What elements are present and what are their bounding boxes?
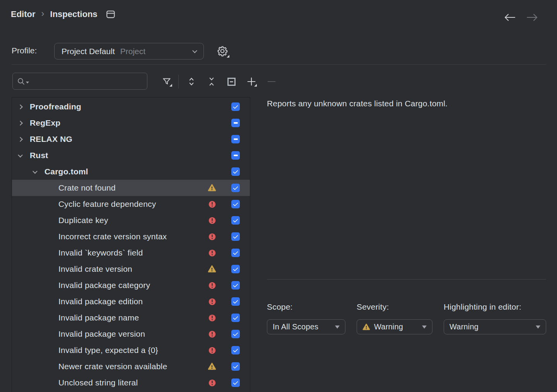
warning-icon bbox=[208, 184, 216, 192]
warning-icon bbox=[208, 362, 216, 371]
severity-select[interactable]: Warning bbox=[357, 319, 432, 334]
tree-item-label: Incorrect crate version syntax bbox=[58, 232, 167, 241]
severity-select-value: Warning bbox=[374, 322, 403, 331]
add-inspection-button[interactable] bbox=[246, 76, 257, 87]
tree-row[interactable]: Invalid crate version bbox=[12, 261, 250, 277]
tree-row[interactable]: RegExp bbox=[12, 115, 250, 131]
inspection-checkbox[interactable] bbox=[231, 265, 240, 273]
back-button[interactable] bbox=[504, 12, 516, 23]
search-box[interactable] bbox=[12, 73, 147, 90]
chevron-right-icon[interactable] bbox=[17, 138, 24, 141]
tree-item-label: Unclosed string literal bbox=[58, 378, 138, 387]
chevron-right-icon[interactable] bbox=[17, 105, 24, 109]
tree-item-label: Newer crate version available bbox=[58, 362, 167, 371]
filter-button[interactable] bbox=[161, 76, 173, 87]
divider bbox=[12, 64, 546, 65]
tree-item-label: Invalid `keywords` field bbox=[58, 248, 143, 257]
tree-row[interactable]: Invalid package edition bbox=[12, 293, 250, 310]
divider bbox=[267, 279, 546, 280]
disable-inspection-button[interactable] bbox=[226, 76, 237, 87]
search-options-icon[interactable] bbox=[26, 82, 29, 84]
error-icon bbox=[208, 216, 216, 225]
inspection-checkbox[interactable] bbox=[231, 151, 240, 160]
inspection-checkbox[interactable] bbox=[231, 200, 240, 208]
tree-item-label: Invalid type, expected a {0} bbox=[58, 346, 158, 355]
inspection-checkbox[interactable] bbox=[231, 330, 240, 338]
dropdown-arrow-icon bbox=[335, 326, 340, 329]
tree-row[interactable]: Duplicate key bbox=[12, 212, 250, 228]
tree-item-label: Cyclic feature dependency bbox=[58, 199, 156, 209]
inspection-checkbox[interactable] bbox=[231, 362, 240, 371]
inspection-checkbox[interactable] bbox=[231, 102, 240, 111]
chevron-down-icon bbox=[192, 48, 197, 53]
breadcrumb-inspections: Inspections bbox=[50, 9, 97, 19]
tree-row[interactable]: Rust bbox=[12, 147, 250, 164]
tree-row[interactable]: Cargo.toml bbox=[12, 164, 250, 180]
inspection-checkbox[interactable] bbox=[231, 249, 240, 257]
highlighting-select-value: Warning bbox=[449, 322, 478, 331]
gear-button[interactable] bbox=[215, 44, 230, 58]
error-icon bbox=[208, 249, 216, 257]
tree-row[interactable]: Crate not found bbox=[12, 180, 250, 196]
tree-row[interactable]: Unclosed string literal bbox=[12, 375, 250, 391]
inspection-checkbox[interactable] bbox=[231, 232, 240, 241]
tree-row[interactable]: Invalid type, expected a {0} bbox=[12, 342, 250, 358]
forward-button[interactable] bbox=[526, 12, 538, 23]
profile-select[interactable]: Project Default Project bbox=[54, 43, 204, 60]
inspection-checkbox[interactable] bbox=[231, 281, 240, 290]
breadcrumb: Editor › Inspections bbox=[11, 9, 115, 19]
inspections-tree: Proofreading RegExp RELAX NG Rust Cargo.… bbox=[12, 97, 250, 392]
divider bbox=[178, 75, 179, 89]
chevron-right-icon[interactable] bbox=[17, 121, 24, 125]
expand-all-button[interactable] bbox=[186, 76, 197, 87]
tree-row[interactable]: RELAX NG bbox=[12, 131, 250, 147]
tree-item-label: Invalid package edition bbox=[58, 297, 143, 306]
tree-row[interactable]: Invalid `keywords` field bbox=[12, 245, 250, 261]
highlighting-select[interactable]: Warning bbox=[444, 319, 546, 334]
tree-row[interactable]: Cyclic feature dependency bbox=[12, 196, 250, 212]
breadcrumb-editor[interactable]: Editor bbox=[11, 9, 36, 19]
chevron-down-icon[interactable] bbox=[31, 170, 38, 174]
tree-row[interactable]: Incorrect crate version syntax bbox=[12, 228, 250, 245]
inspection-checkbox[interactable] bbox=[231, 216, 240, 225]
inspection-description: Reports any unknown crates listed in Car… bbox=[267, 99, 448, 108]
tree-row[interactable]: Invalid package category bbox=[12, 277, 250, 293]
inspection-checkbox[interactable] bbox=[231, 184, 240, 192]
profile-label: Profile: bbox=[12, 46, 37, 55]
error-icon bbox=[208, 232, 216, 241]
dropdown-corner-icon bbox=[254, 84, 257, 87]
tree-item-label: Invalid package name bbox=[58, 313, 139, 322]
inspection-checkbox[interactable] bbox=[231, 135, 240, 143]
tree-item-label: Invalid package version bbox=[58, 329, 145, 339]
tree-item-label: RegExp bbox=[30, 118, 60, 128]
tree-row[interactable]: Invalid package name bbox=[12, 310, 250, 326]
error-icon bbox=[208, 281, 216, 290]
scope-select-value: In All Scopes bbox=[273, 322, 318, 331]
tree-item-label: Crate not found bbox=[58, 183, 116, 193]
dropdown-arrow-icon bbox=[536, 326, 540, 329]
warning-icon bbox=[362, 323, 370, 331]
history-nav bbox=[504, 12, 538, 23]
search-input[interactable] bbox=[31, 77, 143, 85]
warning-icon bbox=[208, 265, 216, 273]
collapse-all-button[interactable] bbox=[206, 76, 217, 87]
inspection-checkbox[interactable] bbox=[231, 167, 240, 176]
error-icon bbox=[208, 200, 216, 208]
remove-inspection-button[interactable] bbox=[266, 76, 277, 87]
tree-item-label: RELAX NG bbox=[30, 135, 72, 144]
tree-row[interactable]: Proofreading bbox=[12, 99, 250, 115]
inspection-checkbox[interactable] bbox=[231, 297, 240, 306]
error-icon bbox=[208, 314, 216, 322]
inspection-checkbox[interactable] bbox=[231, 378, 240, 387]
scope-label: Scope: bbox=[267, 302, 293, 312]
scope-select[interactable]: In All Scopes bbox=[267, 319, 345, 334]
inspection-checkbox[interactable] bbox=[231, 314, 240, 322]
tree-item-label: Duplicate key bbox=[58, 216, 108, 225]
dropdown-corner-icon bbox=[227, 55, 229, 58]
tree-row[interactable]: Invalid package version bbox=[12, 326, 250, 342]
chevron-down-icon[interactable] bbox=[17, 154, 24, 157]
expand-all-icon bbox=[186, 76, 196, 87]
tree-row[interactable]: Newer crate version available bbox=[12, 358, 250, 375]
inspection-checkbox[interactable] bbox=[231, 119, 240, 127]
inspection-checkbox[interactable] bbox=[231, 346, 240, 355]
